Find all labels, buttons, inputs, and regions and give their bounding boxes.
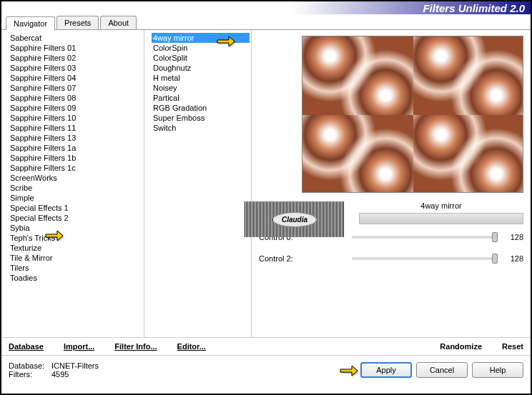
list-item[interactable]: Sapphire Filters 1a xyxy=(9,143,142,153)
list-item[interactable]: RGB Gradation xyxy=(152,103,250,113)
list-item[interactable]: Texturize xyxy=(9,243,142,253)
logo-text: Claudia xyxy=(272,212,317,227)
tab-presets[interactable]: Presets xyxy=(56,16,99,29)
preview-panel: Claudia 4way mirror Control 0: 128 Contr… xyxy=(252,30,531,337)
list-item[interactable]: Sapphire Filters 01 xyxy=(9,43,142,53)
control-2-row: Control 2: 128 xyxy=(259,254,523,263)
slider-thumb[interactable] xyxy=(492,232,498,242)
list-item[interactable]: Sapphire Filters 13 xyxy=(9,133,142,143)
list-item[interactable]: Switch xyxy=(152,123,250,133)
slider-thumb[interactable] xyxy=(492,254,498,264)
list-item[interactable]: ScreenWorks xyxy=(9,173,142,183)
category-panel: SabercatSapphire Filters 01Sapphire Filt… xyxy=(1,30,144,337)
list-item[interactable]: Simple xyxy=(9,193,142,203)
list-item[interactable]: ColorSpin xyxy=(152,43,250,53)
filterinfo-link[interactable]: Filter Info... xyxy=(114,342,157,351)
progress-bar xyxy=(359,213,523,224)
list-item[interactable]: Sapphire Filters 08 xyxy=(9,93,142,103)
list-item[interactable]: Sapphire Filters 10 xyxy=(9,113,142,123)
control-2-label: Control 2: xyxy=(259,254,345,263)
help-button[interactable]: Help xyxy=(472,362,523,378)
list-item[interactable]: Scribe xyxy=(9,183,142,193)
db-label: Database: xyxy=(9,361,51,370)
apply-button[interactable]: Apply xyxy=(360,362,412,378)
list-item[interactable]: Toadies xyxy=(9,273,142,283)
control-2-slider[interactable] xyxy=(352,257,495,260)
list-item[interactable]: Sapphire Filters 1b xyxy=(9,153,142,163)
tab-bar: Navigator Presets About xyxy=(1,16,531,30)
list-item[interactable]: Noisey xyxy=(152,83,250,93)
list-item[interactable]: H metal xyxy=(152,73,250,83)
list-item[interactable]: Sabercat xyxy=(9,33,142,43)
list-item[interactable]: Sybia xyxy=(9,223,142,233)
db-value: ICNET-Filters xyxy=(51,361,99,370)
filter-list[interactable]: 4way mirrorColorSpinColorSplitDoughnutzH… xyxy=(144,30,251,337)
list-item[interactable]: Partical xyxy=(152,93,250,103)
filter-panel: 4way mirrorColorSpinColorSplitDoughnutzH… xyxy=(144,30,252,337)
list-item[interactable]: Sapphire Filters 03 xyxy=(9,63,142,73)
list-item[interactable]: Sapphire Filters 11 xyxy=(9,123,142,133)
list-item[interactable]: Sanphire Filters 07 xyxy=(9,83,142,93)
control-0-value: 128 xyxy=(502,233,523,241)
filters-label: Filters: xyxy=(9,370,51,379)
footer-info: Database:ICNET-Filters Filters:4595 xyxy=(9,361,356,379)
control-2-value: 128 xyxy=(502,254,523,263)
preview-image xyxy=(302,36,523,193)
list-item[interactable]: 4way mirror xyxy=(152,33,250,43)
toolbar: Database Import... Filter Info... Editor… xyxy=(1,337,531,356)
database-link[interactable]: Database xyxy=(9,342,44,351)
tab-about[interactable]: About xyxy=(100,16,137,29)
app-title: Filters Unlimited 2.0 xyxy=(423,2,525,14)
category-list[interactable]: SabercatSapphire Filters 01Sapphire Filt… xyxy=(1,30,144,337)
list-item[interactable]: Super Emboss xyxy=(152,113,250,123)
list-item[interactable]: Sapphire Filters 09 xyxy=(9,103,142,113)
list-item[interactable]: Tile & Mirror xyxy=(9,253,142,263)
list-item[interactable]: Special Effects 2 xyxy=(9,213,142,223)
reset-link[interactable]: Reset xyxy=(502,342,523,351)
list-item[interactable]: Sapphire Filters 1c xyxy=(9,163,142,173)
filters-value: 4595 xyxy=(51,370,69,379)
tab-navigator[interactable]: Navigator xyxy=(6,16,55,30)
footer: Database:ICNET-Filters Filters:4595 Appl… xyxy=(1,356,531,384)
title-bar: Filters Unlimited 2.0 xyxy=(1,1,531,14)
editor-link[interactable]: Editor... xyxy=(177,342,206,351)
randomize-link[interactable]: Randomize xyxy=(440,342,482,351)
main-area: SabercatSapphire Filters 01Sapphire Filt… xyxy=(1,30,531,337)
import-link[interactable]: Import... xyxy=(64,342,94,351)
list-item[interactable]: Tilers xyxy=(9,263,142,273)
list-item[interactable]: ColorSplit xyxy=(152,53,250,63)
cancel-button[interactable]: Cancel xyxy=(416,362,468,378)
list-item[interactable]: Sapphire Filters 02 xyxy=(9,53,142,63)
list-item[interactable]: Sapphire Filters 04 xyxy=(9,73,142,83)
logo-badge: Claudia xyxy=(245,201,345,237)
list-item[interactable]: Teph's Tricks xyxy=(9,233,142,243)
list-item[interactable]: Special Effects 1 xyxy=(9,203,142,213)
control-0-slider[interactable] xyxy=(352,236,495,239)
filter-title: 4way mirror xyxy=(359,201,523,210)
list-item[interactable]: Doughnutz xyxy=(152,63,250,73)
spacer xyxy=(226,342,420,351)
